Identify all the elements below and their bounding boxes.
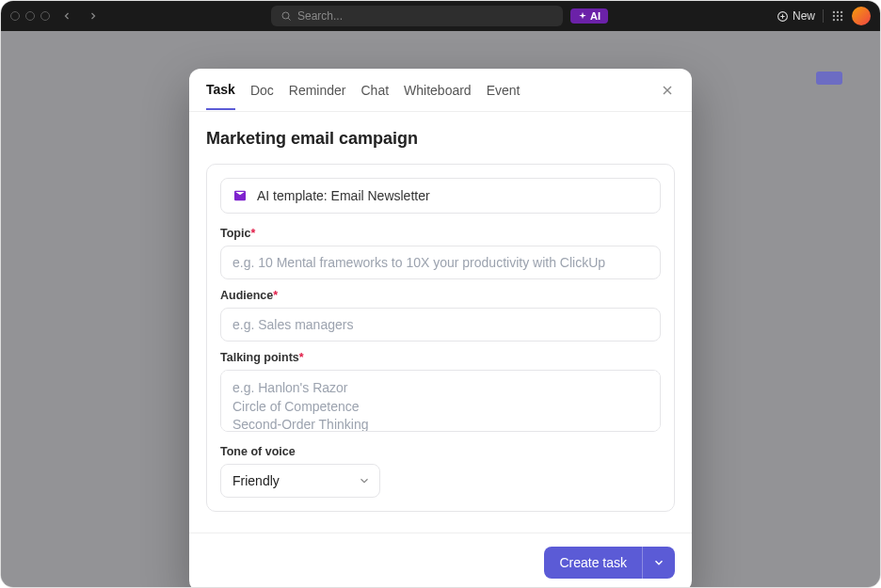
window-zoom-button[interactable] (40, 11, 50, 21)
global-search-input[interactable]: Search... (271, 6, 563, 26)
user-avatar[interactable] (852, 7, 871, 25)
audience-label: Audience* (220, 289, 661, 302)
topic-input[interactable] (220, 246, 661, 279)
separator (823, 9, 824, 23)
tone-label: Tone of voice (220, 445, 661, 458)
plus-circle-icon (777, 10, 789, 23)
create-task-dropdown-button[interactable] (642, 547, 675, 579)
svg-point-8 (833, 15, 835, 17)
svg-point-6 (837, 11, 839, 13)
template-label: AI template: Email Newsletter (257, 188, 430, 203)
form-card: AI template: Email Newsletter Topic* Aud… (206, 164, 675, 512)
svg-point-5 (833, 11, 835, 13)
create-modal: Task Doc Reminder Chat Whiteboard Event … (189, 69, 692, 588)
create-task-button[interactable]: Create task (544, 547, 642, 579)
search-icon (280, 10, 292, 22)
svg-point-10 (841, 15, 842, 17)
ai-template-selector[interactable]: AI template: Email Newsletter (220, 178, 661, 214)
talking-points-label: Talking points* (220, 351, 661, 364)
tab-reminder[interactable]: Reminder (289, 72, 346, 109)
tab-event[interactable]: Event (487, 72, 521, 109)
tone-select[interactable]: Friendly (220, 464, 380, 498)
svg-point-13 (841, 19, 842, 21)
svg-line-1 (288, 18, 290, 20)
nav-back-button[interactable] (57, 7, 76, 25)
nav-forward-button[interactable] (84, 7, 103, 25)
svg-point-9 (837, 15, 839, 17)
modal-footer: Create task (189, 532, 692, 588)
modal-tabs: Task Doc Reminder Chat Whiteboard Event (189, 69, 692, 112)
sparkle-icon (578, 11, 587, 21)
chevron-down-icon (652, 556, 665, 569)
search-placeholder: Search... (297, 9, 343, 23)
svg-point-12 (837, 19, 839, 21)
tab-task[interactable]: Task (206, 71, 235, 110)
grid-icon (831, 9, 844, 23)
talking-points-input[interactable] (220, 370, 661, 432)
svg-point-11 (833, 19, 835, 21)
window-controls (10, 11, 50, 21)
audience-input[interactable] (220, 308, 661, 342)
window-close-button[interactable] (10, 11, 20, 21)
new-button[interactable]: New (777, 9, 815, 23)
top-bar: Search... AI New (1, 1, 880, 31)
topic-label: Topic* (220, 227, 661, 240)
close-icon (660, 83, 675, 98)
tab-whiteboard[interactable]: Whiteboard (404, 72, 472, 109)
apps-menu-button[interactable] (831, 9, 844, 23)
window-minimize-button[interactable] (25, 11, 35, 21)
background-badge (816, 72, 842, 85)
tab-doc[interactable]: Doc (250, 72, 274, 109)
svg-point-7 (841, 11, 842, 13)
tab-chat[interactable]: Chat (360, 72, 389, 109)
envelope-icon (232, 188, 248, 203)
modal-close-button[interactable] (660, 83, 675, 98)
svg-point-0 (282, 12, 289, 19)
ai-button[interactable]: AI (570, 8, 608, 24)
task-title: Marketing email campaign (206, 129, 675, 149)
